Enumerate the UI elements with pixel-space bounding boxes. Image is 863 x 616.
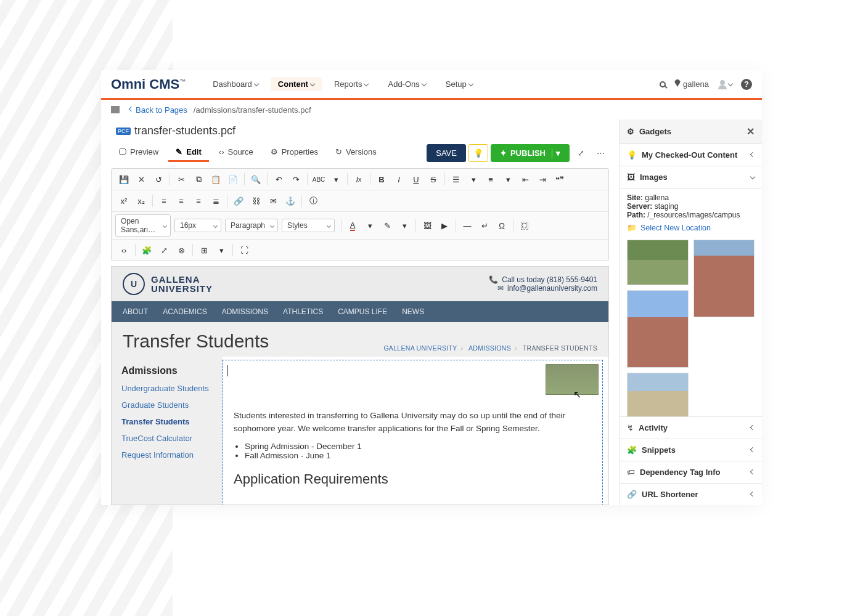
text-color-icon[interactable]: A: [344, 217, 361, 233]
nav-dashboard[interactable]: Dashboard: [205, 77, 266, 91]
nav-reports[interactable]: Reports: [327, 77, 376, 91]
align-justify-icon[interactable]: ≣: [207, 193, 224, 209]
bullets-icon[interactable]: ☰: [448, 171, 465, 187]
align-right-icon[interactable]: ≡: [190, 193, 207, 209]
numbered-icon[interactable]: ≡: [482, 171, 499, 187]
find-icon[interactable]: 🔍: [247, 171, 264, 187]
body-paragraph[interactable]: Students interested in transferring to G…: [234, 410, 591, 436]
fullscreen-icon[interactable]: ⛶: [235, 242, 253, 258]
save-icon[interactable]: 💾: [115, 171, 133, 187]
font-select[interactable]: Open Sans,ari…: [115, 214, 171, 237]
image-thumb[interactable]: [627, 373, 689, 416]
help-toolbar-icon[interactable]: ⓘ: [305, 193, 322, 209]
unlink-icon[interactable]: ⛓: [247, 193, 264, 209]
nav-request-info[interactable]: Request Information: [121, 450, 213, 460]
gadget-activity[interactable]: ↯Activity: [620, 416, 762, 439]
deadline-item[interactable]: Fall Admission - June 1: [245, 451, 591, 460]
mailto-icon[interactable]: ✉: [264, 193, 282, 209]
save-button[interactable]: SAVE: [427, 144, 466, 162]
spellcheck-icon[interactable]: ABC: [310, 171, 327, 187]
nav-undergrad[interactable]: Undergraduate Students: [121, 384, 213, 393]
subscript-icon[interactable]: x₂: [133, 193, 150, 209]
gadget-images[interactable]: 🖼Images: [620, 166, 762, 188]
image-icon[interactable]: 🖼: [419, 217, 436, 233]
gadget-url-shortener[interactable]: 🔗URL Shortener: [620, 483, 762, 505]
quote-icon[interactable]: ❝❞: [551, 171, 568, 187]
component-icon[interactable]: ⊗: [173, 242, 190, 258]
strike-icon[interactable]: S: [425, 171, 442, 187]
image-thumb[interactable]: [693, 240, 755, 317]
copy-icon[interactable]: ⧉: [190, 171, 207, 187]
publish-button[interactable]: ✦PUBLISH▾: [491, 144, 570, 162]
redo-icon[interactable]: ↷: [287, 171, 305, 187]
image-thumb[interactable]: [627, 240, 689, 285]
deadline-item[interactable]: Spring Admission - December 1: [245, 442, 591, 451]
table-drop-icon[interactable]: ▾: [213, 242, 230, 258]
nav-setup[interactable]: Setup: [438, 77, 480, 91]
gadget-checked-out[interactable]: 💡My Checked-Out Content: [620, 144, 762, 166]
highlight-drop-icon[interactable]: ▾: [396, 217, 413, 233]
link-icon[interactable]: 🔗: [230, 193, 247, 209]
block-select[interactable]: Paragraph: [225, 219, 278, 232]
nav-addons[interactable]: Add-Ons: [380, 77, 433, 91]
nav-truecost[interactable]: TrueCost Calculator: [121, 434, 213, 443]
tab-properties[interactable]: ⚙ Properties: [263, 144, 325, 162]
tab-preview[interactable]: 🖵 Preview: [111, 144, 166, 162]
restore-icon[interactable]: ↺: [150, 171, 167, 187]
expand-icon[interactable]: ⤢: [572, 144, 589, 161]
style-select[interactable]: Styles: [282, 219, 335, 232]
media-icon[interactable]: ▶: [436, 217, 453, 233]
anchor-icon[interactable]: ⚓: [282, 193, 299, 209]
nav-transfer[interactable]: Transfer Students: [121, 417, 213, 426]
user-menu[interactable]: [718, 79, 732, 89]
clear-format-icon[interactable]: Ix: [350, 171, 367, 187]
snippet-icon[interactable]: 🧩: [138, 242, 155, 258]
cancel-icon[interactable]: ✕: [133, 171, 150, 187]
italic-icon[interactable]: I: [390, 171, 407, 187]
image-thumb[interactable]: [627, 290, 689, 368]
underline-icon[interactable]: U: [407, 171, 425, 187]
search-icon[interactable]: [660, 81, 666, 87]
gadget-dependency[interactable]: 🏷Dependency Tag Info: [620, 461, 762, 483]
hr-icon[interactable]: —: [459, 217, 476, 233]
select-new-location-link[interactable]: 📁 Select New Location: [627, 223, 755, 232]
cut-icon[interactable]: ✂: [173, 171, 190, 187]
asset-icon[interactable]: ⤢: [155, 242, 173, 258]
text-color-drop-icon[interactable]: ▾: [361, 217, 378, 233]
indent-icon[interactable]: ⇥: [534, 171, 551, 187]
help-icon[interactable]: ?: [741, 79, 752, 90]
more-icon[interactable]: ⋯: [592, 144, 609, 161]
font-size-select[interactable]: 16px: [174, 219, 221, 232]
lightbulb-button[interactable]: 💡: [468, 144, 488, 162]
spellcheck-drop-icon[interactable]: ▾: [327, 171, 345, 187]
gear-icon[interactable]: ⚙: [627, 127, 634, 136]
bold-icon[interactable]: B: [373, 171, 390, 187]
gadget-snippets[interactable]: 🧩Snippets: [620, 439, 762, 461]
linebreak-icon[interactable]: ↵: [476, 217, 493, 233]
close-icon[interactable]: ✕: [746, 126, 755, 137]
bullets-drop-icon[interactable]: ▾: [465, 171, 482, 187]
paste-text-icon[interactable]: 📄: [224, 171, 242, 187]
back-to-pages-link[interactable]: Back to Pages: [136, 105, 187, 115]
paste-icon[interactable]: 📋: [207, 171, 224, 187]
superscript-icon[interactable]: x²: [115, 193, 133, 209]
editable-region[interactable]: ↖︎ Students interested in transferring t…: [223, 360, 602, 505]
outdent-icon[interactable]: ⇤: [517, 171, 534, 187]
tab-edit[interactable]: ✎ Edit: [168, 144, 209, 162]
tab-source[interactable]: ‹› Source: [211, 144, 261, 162]
nav-content[interactable]: Content: [271, 77, 322, 91]
table-icon[interactable]: ⊞: [195, 242, 213, 258]
align-left-icon[interactable]: ≡: [155, 193, 173, 209]
align-center-icon[interactable]: ≡: [173, 193, 190, 209]
numbered-drop-icon[interactable]: ▾: [499, 171, 517, 187]
tab-versions[interactable]: ↻ Versions: [328, 144, 384, 162]
specialchar-icon[interactable]: Ω: [493, 217, 510, 233]
nav-grad[interactable]: Graduate Students: [121, 400, 213, 410]
highlight-icon[interactable]: ✎: [378, 217, 396, 233]
dragged-image-thumb[interactable]: [546, 364, 599, 395]
subheading[interactable]: Application Requirements: [234, 471, 591, 487]
site-selector[interactable]: gallena: [674, 79, 709, 89]
select-all-icon[interactable]: ⿴: [516, 217, 533, 233]
undo-icon[interactable]: ↶: [270, 171, 287, 187]
code-icon[interactable]: ‹›: [115, 242, 133, 258]
